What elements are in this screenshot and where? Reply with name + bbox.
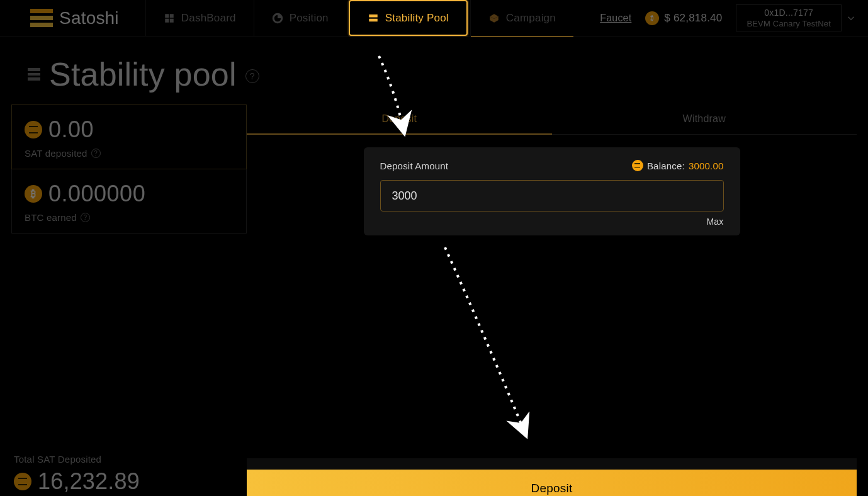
sat-deposited-label: SAT deposited — [25, 148, 87, 159]
deposit-amount-label: Deposit Amount — [380, 161, 449, 171]
wallet-network: BEVM Canary TestNet — [747, 19, 831, 28]
brand-name: Satoshi — [59, 8, 119, 28]
btc-coin-icon: ₿ — [25, 185, 42, 203]
nav-stability-pool[interactable]: Stability Pool — [349, 0, 468, 36]
nav-dashboard[interactable]: DashBoard — [145, 0, 254, 36]
stack-icon — [28, 68, 40, 81]
deposit-card: Deposit Amount Balance: 3000.00 Max — [364, 147, 740, 235]
svg-rect-6 — [369, 18, 378, 21]
nav-campaign[interactable]: Campaign — [470, 0, 573, 36]
box-icon — [488, 13, 500, 24]
faucet-link[interactable]: Faucet — [600, 13, 631, 24]
total-sat-value: 16,232.89 — [38, 468, 140, 495]
stack-icon — [368, 13, 379, 24]
brand[interactable]: Satoshi — [0, 0, 145, 36]
btc-earned-card: ₿ 0.000000 BTC earned ? — [11, 169, 247, 234]
pie-icon — [272, 13, 283, 24]
svg-rect-0 — [165, 14, 169, 18]
tab-withdraw[interactable]: Withdraw — [552, 104, 857, 134]
main-nav: DashBoard Position Stability Pool Campai… — [145, 0, 573, 36]
tab-deposit[interactable]: Deposit — [247, 104, 552, 135]
sat-coin-icon — [14, 473, 31, 490]
wallet-box[interactable]: 0x1D...7177 BEVM Canary TestNet — [736, 4, 842, 31]
annotation-arrow-icon — [436, 244, 549, 448]
svg-rect-3 — [170, 18, 174, 22]
deposit-amount-input[interactable] — [380, 180, 724, 211]
grid-icon — [164, 13, 175, 24]
balance-value: 3000.00 — [689, 161, 724, 171]
svg-rect-5 — [369, 14, 378, 18]
sat-coin-icon — [632, 160, 643, 171]
help-icon[interactable]: ? — [81, 213, 90, 222]
sat-deposited-card: 0.00 SAT deposited ? — [11, 104, 247, 169]
nav-position[interactable]: Position — [254, 0, 346, 36]
nav-label: Position — [290, 12, 329, 25]
nav-label: Campaign — [506, 12, 556, 25]
svg-text:₿: ₿ — [650, 14, 653, 21]
btc-price-value: $ 62,818.40 — [664, 12, 722, 25]
btc-icon: ₿ — [645, 11, 659, 25]
max-button[interactable]: Max — [380, 217, 724, 227]
svg-rect-2 — [165, 18, 169, 22]
btc-price: ₿ $ 62,818.40 — [645, 11, 722, 25]
page-title: Stability pool — [49, 55, 237, 93]
chevron-down-icon[interactable] — [845, 13, 857, 24]
brand-logo-icon — [30, 9, 53, 28]
sat-coin-icon — [25, 121, 42, 138]
help-icon[interactable]: ? — [245, 69, 259, 83]
total-sat-label: Total SAT Deposited — [14, 454, 244, 465]
balance-label: Balance: — [647, 161, 685, 171]
nav-label: Stability Pool — [385, 12, 449, 25]
help-icon[interactable]: ? — [91, 149, 101, 158]
svg-rect-1 — [170, 14, 174, 18]
btc-earned-label: BTC earned — [25, 212, 77, 223]
deposit-button[interactable]: Deposit — [247, 470, 857, 496]
nav-label: DashBoard — [181, 12, 236, 25]
btc-earned-value: 0.000000 — [48, 181, 145, 207]
wallet-address: 0x1D...7177 — [764, 8, 813, 18]
sat-deposited-value: 0.00 — [48, 116, 94, 143]
